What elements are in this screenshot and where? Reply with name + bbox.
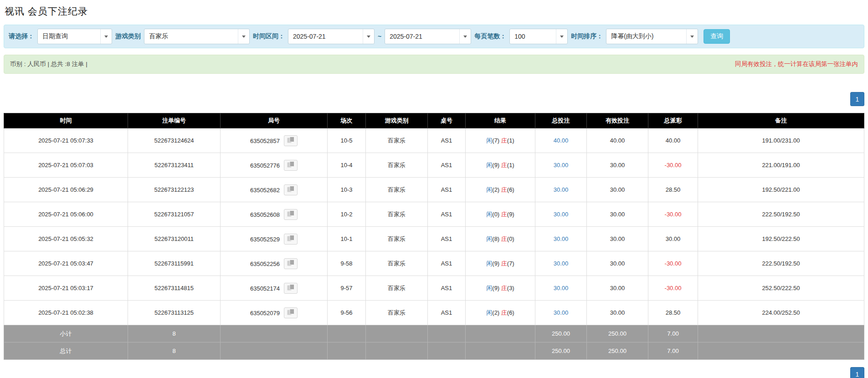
sort-order-label: 时间排序：	[571, 32, 603, 41]
cell-bet-id: 522673113125	[128, 301, 221, 325]
cell-round-id: 635052608	[221, 202, 328, 227]
cell-valid-bet: 30.00	[587, 301, 648, 325]
date-from-value: 2025-07-21	[288, 29, 363, 44]
total-bet-link[interactable]: 30.00	[554, 309, 569, 316]
result-player-label: 闲	[486, 309, 492, 316]
date-to-select[interactable]: 2025-07-21	[385, 29, 471, 44]
page-1-button[interactable]: 1	[850, 92, 864, 106]
table-header-row: 时间 注单编号 局号 场次 游戏类别 桌号 结果 总投注 有效投注 总派彩 备注	[4, 113, 864, 128]
result-player-points: (8)	[492, 235, 499, 242]
col-header-table-no: 桌号	[428, 113, 466, 128]
subtotal-total-bet: 250.00	[535, 325, 587, 342]
cell-payout: -30.00	[648, 153, 698, 178]
cell-valid-bet: 30.00	[587, 227, 648, 251]
cell-result: 闲(9) 庄(3)	[466, 276, 535, 301]
total-bet-link[interactable]: 30.00	[554, 260, 569, 267]
cell-valid-bet: 30.00	[587, 202, 648, 227]
total-bet-link[interactable]: 30.00	[554, 162, 569, 169]
cell-time: 2025-07-21 05:02:38	[4, 301, 128, 325]
result-player-label: 闲	[486, 211, 492, 218]
round-replay-button[interactable]	[284, 258, 298, 269]
round-id-value: 635052256	[250, 260, 280, 267]
filter-bar: 请选择： 日期查询 游戏类别 百家乐 时间区间： 2025-07-21 ~ 20…	[4, 25, 864, 48]
result-banker-label: 庄	[501, 285, 507, 291]
cell-session: 10-3	[328, 178, 366, 202]
cell-valid-bet: 30.00	[587, 178, 648, 202]
subtotal-label: 小计	[4, 325, 128, 342]
round-replay-button[interactable]	[284, 234, 298, 245]
sort-order-select[interactable]: 降幂(由大到小)	[606, 29, 698, 44]
cards-icon	[287, 235, 294, 243]
result-banker-points: (1)	[507, 162, 514, 169]
round-replay-button[interactable]	[284, 307, 298, 318]
cell-payout: 40.00	[648, 128, 698, 153]
result-banker-points: (6)	[507, 309, 514, 316]
cell-session: 10-5	[328, 128, 366, 153]
chevron-down-icon	[686, 29, 698, 44]
cell-bet-id: 522673124624	[128, 128, 221, 153]
cell-table-no: AS1	[428, 153, 466, 178]
result-banker-points: (7)	[507, 260, 514, 267]
total-bet-link[interactable]: 40.00	[554, 137, 569, 144]
cell-note: 222.50/192.50	[698, 202, 864, 227]
cell-table-no: AS1	[428, 227, 466, 251]
round-id-value: 635052776	[250, 162, 280, 169]
table-row: 2025-07-21 05:06:29 522673122123 6350526…	[4, 178, 864, 202]
cell-valid-bet: 30.00	[587, 251, 648, 276]
game-type-select[interactable]: 百家乐	[144, 29, 250, 44]
total-bet-link[interactable]: 30.00	[554, 211, 569, 218]
cell-total-bet: 30.00	[535, 276, 587, 301]
cell-bet-id: 522673122123	[128, 178, 221, 202]
cell-round-id: 635052256	[221, 251, 328, 276]
query-button[interactable]: 查询	[704, 29, 730, 44]
query-type-select[interactable]: 日期查询	[37, 29, 112, 44]
chevron-down-icon	[100, 29, 112, 44]
cell-table-no: AS1	[428, 128, 466, 153]
cell-note: 222.50/192.50	[698, 251, 864, 276]
round-replay-button[interactable]	[284, 135, 298, 146]
cell-payout: 28.50	[648, 178, 698, 202]
cell-round-id: 635052529	[221, 227, 328, 251]
total-empty-cell	[366, 342, 428, 360]
cell-time: 2025-07-21 05:06:29	[4, 178, 128, 202]
page-size-select[interactable]: 100	[509, 29, 568, 44]
cell-bet-id: 522673115991	[128, 251, 221, 276]
cell-session: 9-58	[328, 251, 366, 276]
total-empty-cell	[221, 342, 328, 360]
cell-total-bet: 30.00	[535, 227, 587, 251]
chevron-down-icon	[556, 29, 567, 44]
cards-icon	[287, 137, 294, 144]
total-row: 总计 8 250.00 250.00 7.00	[4, 342, 864, 360]
cards-icon	[287, 210, 294, 218]
cell-total-bet: 30.00	[535, 178, 587, 202]
sort-order-value: 降幂(由大到小)	[606, 29, 686, 44]
result-banker-label: 庄	[501, 137, 507, 144]
total-total-bet: 250.00	[535, 342, 587, 360]
round-replay-button[interactable]	[284, 209, 298, 220]
total-empty-cell	[698, 342, 864, 360]
col-header-round-id: 局号	[221, 113, 328, 128]
round-replay-button[interactable]	[284, 160, 298, 171]
total-empty-cell	[428, 342, 466, 360]
total-empty-cell	[328, 342, 366, 360]
round-replay-button[interactable]	[284, 184, 298, 195]
cell-result: 闲(2) 庄(6)	[466, 178, 535, 202]
result-banker-label: 庄	[501, 260, 507, 267]
col-header-payout: 总派彩	[648, 113, 698, 128]
table-row: 2025-07-21 05:07:33 522673124624 6350528…	[4, 128, 864, 153]
cell-session: 10-1	[328, 227, 366, 251]
round-id-value: 635052608	[250, 211, 280, 218]
cell-table-no: AS1	[428, 301, 466, 325]
cell-bet-id: 522673121057	[128, 202, 221, 227]
cell-game-type: 百家乐	[366, 153, 428, 178]
page-1-button[interactable]: 1	[850, 367, 864, 378]
col-header-note: 备注	[698, 113, 864, 128]
round-replay-button[interactable]	[284, 283, 298, 294]
date-from-select[interactable]: 2025-07-21	[288, 29, 375, 44]
total-bet-link[interactable]: 30.00	[554, 285, 569, 291]
total-bet-link[interactable]: 30.00	[554, 235, 569, 242]
cell-total-bet: 30.00	[535, 301, 587, 325]
total-bet-link[interactable]: 30.00	[554, 186, 569, 193]
result-banker-points: (0)	[507, 235, 514, 242]
cell-round-id: 635052174	[221, 276, 328, 301]
